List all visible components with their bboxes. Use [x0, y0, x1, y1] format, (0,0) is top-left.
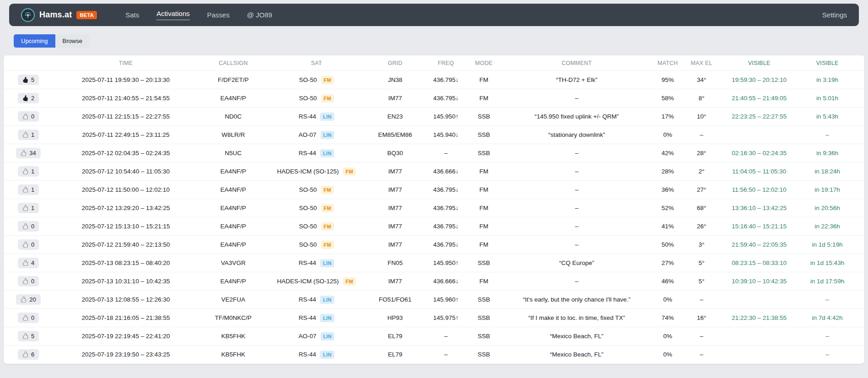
sat-cell: SO-50 FM	[299, 94, 334, 103]
likes-badge[interactable]: 1	[18, 184, 39, 195]
nav-item-settings[interactable]: Settings	[822, 11, 847, 19]
callsign-cell[interactable]: W8LR/R	[198, 126, 268, 144]
likes-badge[interactable]: 0	[18, 239, 39, 250]
satellite-logo-icon	[21, 8, 35, 22]
callsign-cell[interactable]: TF/M0NKC/P	[198, 309, 268, 327]
sat-mode-badge: LIN	[321, 131, 335, 139]
likes-badge[interactable]: 5	[18, 331, 39, 341]
freq-cell: 145.940↓	[425, 126, 466, 144]
max-el-cell: –	[683, 327, 720, 346]
callsign-cell[interactable]: EA4NF/P	[198, 181, 268, 199]
likes-badge[interactable]: 1	[18, 166, 39, 177]
grid-cell: BQ30	[365, 144, 425, 162]
sat-name[interactable]: SO-50	[299, 186, 317, 193]
callsign-cell[interactable]: EA4NF/P	[198, 89, 268, 108]
sat-cell: SO-50 FM	[299, 186, 334, 194]
likes-badge[interactable]: 0	[18, 276, 39, 286]
freq-cell: 436.795↓	[425, 199, 466, 217]
time-cell: 2025-07-12 15:13:10 – 15:21:15	[53, 217, 198, 236]
nav-links: Sats Activations Passes @ JO89	[125, 10, 272, 20]
activations-table: TIME CALLSIGN SAT GRID FREQ MODE COMMENT…	[4, 55, 864, 364]
nav-item-sats[interactable]: Sats	[125, 11, 139, 19]
sat-name[interactable]: SO-50	[299, 205, 317, 211]
grid-cell: IM77	[365, 236, 425, 254]
callsign-cell[interactable]: EA4NF/P	[198, 199, 268, 217]
likes-count: 1	[31, 168, 34, 175]
table-row: 5 2025-07-11 19:59:30 – 20:13:30 F/DF2ET…	[4, 71, 864, 89]
sat-name[interactable]: HADES-ICM (SO-125)	[277, 168, 339, 175]
callsign-cell[interactable]: F/DF2ET/P	[198, 71, 268, 89]
callsign-cell[interactable]: KB5FHK	[198, 327, 268, 346]
sat-name[interactable]: SO-50	[299, 223, 317, 230]
time-cell: 2025-07-19 22:19:45 – 22:41:20	[53, 327, 198, 346]
callsign-cell[interactable]: EA4NF/P	[198, 272, 268, 291]
sat-cell: RS-44 LIN	[299, 259, 334, 267]
callsign-cell[interactable]: EA4NF/P	[198, 217, 268, 236]
callsign-cell[interactable]: VE2FUA	[198, 291, 268, 309]
time-cell: 2025-07-19 23:19:50 – 23:43:25	[53, 346, 198, 364]
visible-in-cell: –	[798, 327, 856, 346]
max-el-cell: 28°	[683, 144, 720, 162]
likes-badge[interactable]: 20	[16, 294, 40, 305]
header-comment: COMMENT	[501, 55, 652, 71]
sat-name[interactable]: RS-44	[299, 259, 316, 266]
likes-badge[interactable]: 6	[18, 349, 39, 360]
likes-badge[interactable]: 1	[18, 203, 39, 213]
max-el-cell: 26°	[683, 217, 720, 236]
callsign-cell[interactable]: KB5FHK	[198, 346, 268, 364]
max-el-cell: 10°	[683, 108, 720, 126]
brand[interactable]: Hams.at BETA	[21, 8, 97, 22]
grid-cell: IM77	[365, 199, 425, 217]
likes-badge[interactable]: 2	[18, 93, 39, 103]
sat-name[interactable]: AO-07	[299, 131, 316, 138]
tab-browse[interactable]: Browse	[55, 34, 90, 48]
likes-badge[interactable]: 5	[18, 75, 39, 85]
nav-item-activations[interactable]: Activations	[156, 10, 190, 20]
sat-name[interactable]: HADES-ICM (SO-125)	[277, 278, 339, 285]
freq-cell: 145.950↑	[425, 108, 466, 126]
header-freq: FREQ	[425, 55, 466, 71]
match-cell: 0%	[652, 291, 683, 309]
sat-mode-badge: FM	[321, 204, 334, 212]
likes-badge[interactable]: 0	[18, 111, 39, 122]
mode-cell: FM	[466, 181, 501, 199]
sat-name[interactable]: RS-44	[299, 150, 316, 157]
sat-name[interactable]: RS-44	[299, 113, 316, 120]
likes-badge[interactable]: 0	[18, 221, 39, 232]
likes-badge[interactable]: 0	[18, 313, 39, 323]
brand-name[interactable]: Hams.at	[39, 10, 72, 20]
sat-cell: AO-07 LIN	[299, 332, 335, 340]
callsign-cell[interactable]: ND0C	[198, 108, 268, 126]
likes-count: 5	[31, 333, 34, 340]
sat-name[interactable]: SO-50	[299, 95, 317, 102]
sat-name[interactable]: RS-44	[299, 351, 316, 358]
match-cell: 50%	[652, 236, 683, 254]
thumbs-up-icon	[22, 278, 28, 284]
likes-badge[interactable]: 1	[18, 130, 39, 140]
visible-window-cell: 13:36:10 – 13:42:25	[720, 199, 798, 217]
sat-mode-badge: LIN	[320, 314, 334, 322]
match-cell: 52%	[652, 199, 683, 217]
visible-window-cell: 10:39:10 – 10:42:35	[720, 272, 798, 291]
nav-item-grid-jo89[interactable]: @ JO89	[247, 11, 272, 19]
sat-name[interactable]: RS-44	[299, 296, 316, 303]
header-match: MATCH	[652, 55, 683, 71]
likes-badge[interactable]: 34	[16, 148, 40, 158]
likes-count: 5	[31, 76, 34, 83]
sat-name[interactable]: AO-07	[299, 333, 316, 340]
match-cell: 0%	[652, 126, 683, 144]
callsign-cell[interactable]: VA3VGR	[198, 254, 268, 272]
sat-mode-badge: FM	[321, 186, 334, 194]
likes-badge[interactable]: 4	[18, 258, 39, 268]
callsign-cell[interactable]: N5UC	[198, 144, 268, 162]
nav-item-passes[interactable]: Passes	[207, 11, 230, 19]
sat-name[interactable]: SO-50	[299, 76, 317, 83]
tab-upcoming[interactable]: Upcoming	[14, 34, 55, 48]
likes-count: 2	[31, 95, 34, 102]
sat-name[interactable]: SO-50	[299, 241, 317, 248]
sat-name[interactable]: RS-44	[299, 314, 316, 321]
callsign-cell[interactable]: EA4NF/P	[198, 236, 268, 254]
callsign-cell[interactable]: EA4NF/P	[198, 162, 268, 181]
comment-cell: –	[501, 199, 652, 217]
comment-cell: “CQ Europe”	[501, 254, 652, 272]
